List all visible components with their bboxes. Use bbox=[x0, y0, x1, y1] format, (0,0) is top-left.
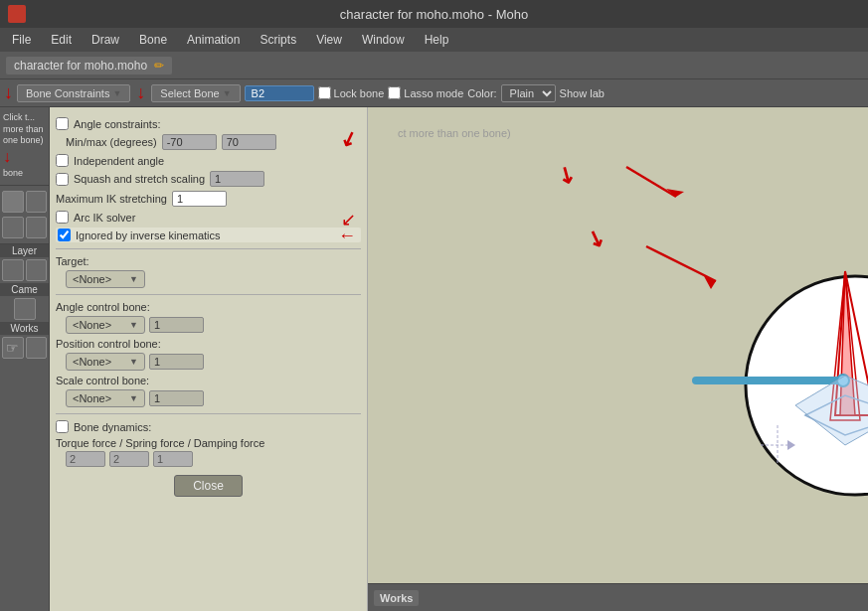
works-btn-2[interactable] bbox=[26, 337, 48, 359]
tool-btn-4[interactable] bbox=[26, 217, 48, 238]
menu-draw[interactable]: Draw bbox=[84, 31, 127, 49]
menu-scripts[interactable]: Scripts bbox=[252, 31, 304, 49]
svg-line-0 bbox=[626, 167, 676, 197]
main-area: Click t... more than one bone) ↓ bone La… bbox=[0, 107, 868, 611]
works-btn-1[interactable]: ☞ bbox=[2, 337, 24, 359]
divider-2 bbox=[56, 294, 361, 295]
canvas-svg: ct more than one bone) bbox=[368, 107, 868, 583]
angle-control-val[interactable] bbox=[149, 317, 204, 333]
layer-btn-2[interactable] bbox=[26, 259, 48, 281]
divider-3 bbox=[56, 413, 361, 414]
layer-label[interactable]: Layer bbox=[0, 244, 49, 257]
arrow-decorator-1: ↓ bbox=[4, 82, 13, 103]
close-button[interactable]: Close bbox=[174, 475, 243, 497]
squash-stretch-label: Squash and stretch scaling bbox=[74, 173, 205, 185]
tool-section-top: Click t... more than one bone) ↓ bone bbox=[0, 107, 49, 186]
left-toolbar: Click t... more than one bone) ↓ bone La… bbox=[0, 107, 50, 611]
bottom-toolbar: Works bbox=[368, 583, 868, 611]
menu-window[interactable]: Window bbox=[354, 31, 413, 49]
angle-control-label: Angle control bone: bbox=[56, 301, 361, 313]
torque-input-1[interactable] bbox=[66, 451, 105, 467]
svg-line-2 bbox=[646, 246, 716, 281]
chevron-down-icon: ▼ bbox=[112, 88, 121, 98]
select-bone-dropdown[interactable]: Select Bone ▼ bbox=[151, 84, 240, 102]
position-control-row: <None> ▼ bbox=[66, 353, 361, 371]
ignored-ik-container: Ignored by inverse kinematics ← bbox=[56, 228, 361, 242]
lock-bone-label[interactable]: Lock bone bbox=[318, 86, 385, 99]
arrow-decorator-2: ↓ bbox=[136, 82, 145, 103]
tool-row-2 bbox=[0, 215, 49, 240]
min-max-label: Min/max (degrees) bbox=[66, 136, 157, 148]
squash-stretch-checkbox[interactable] bbox=[56, 173, 69, 186]
target-label: Target: bbox=[56, 255, 361, 267]
max-ik-input[interactable] bbox=[172, 191, 227, 207]
camera-label[interactable]: Came bbox=[0, 283, 49, 296]
menu-file[interactable]: File bbox=[4, 31, 39, 49]
arrow-left-1: ↓ bbox=[3, 148, 11, 165]
tool-btn-1[interactable] bbox=[2, 191, 24, 213]
menu-help[interactable]: Help bbox=[417, 31, 457, 49]
scale-control-dropdown[interactable]: <None> ▼ bbox=[66, 389, 145, 407]
ignored-ik-checkbox[interactable] bbox=[58, 229, 71, 241]
ignored-ik-arrow: ← bbox=[338, 226, 356, 246]
independent-angle-row: Independent angle bbox=[56, 154, 361, 167]
min-max-row: Min/max (degrees) bbox=[66, 134, 361, 150]
lock-bone-checkbox[interactable] bbox=[318, 86, 331, 99]
canvas-area: ct more than one bone) bbox=[368, 107, 868, 611]
camera-btn-1[interactable] bbox=[14, 298, 36, 320]
max-ik-label: Maximum IK stretching bbox=[56, 193, 167, 205]
bone-dynamics-label: Bone dynamics: bbox=[74, 421, 151, 433]
works-label-left[interactable]: Works bbox=[0, 322, 49, 335]
file-tab[interactable]: character for moho.moho ✏ bbox=[6, 57, 172, 75]
squash-value-input[interactable] bbox=[210, 171, 264, 187]
min-input[interactable] bbox=[162, 134, 217, 150]
lasso-mode-label[interactable]: Lasso mode bbox=[388, 86, 463, 99]
menu-edit[interactable]: Edit bbox=[43, 31, 80, 49]
menu-bone[interactable]: Bone bbox=[131, 31, 175, 49]
color-select[interactable]: Plain bbox=[501, 84, 556, 102]
arc-ik-label: Arc IK solver bbox=[74, 212, 135, 224]
target-chevron: ▼ bbox=[129, 274, 138, 284]
squash-stretch-row: Squash and stretch scaling bbox=[56, 171, 361, 187]
angle-control-dropdown[interactable]: <None> ▼ bbox=[66, 316, 145, 334]
bone-constraints-dropdown[interactable]: Bone Constraints ▼ bbox=[17, 84, 130, 102]
torque-row bbox=[66, 451, 361, 467]
max-input[interactable] bbox=[222, 134, 276, 150]
independent-angle-label: Independent angle bbox=[74, 155, 164, 167]
arc-ik-checkbox[interactable] bbox=[56, 211, 69, 224]
independent-angle-checkbox[interactable] bbox=[56, 154, 69, 167]
layer-tools bbox=[0, 257, 49, 283]
toolbar-row1: character for moho.moho ✏ bbox=[0, 52, 868, 79]
angle-chevron: ▼ bbox=[129, 320, 138, 330]
bone-dynamics-checkbox[interactable] bbox=[56, 420, 69, 433]
torque-label: Torque force / Spring force / Damping fo… bbox=[56, 437, 361, 449]
color-label: Color: bbox=[467, 87, 496, 99]
tool-btn-3[interactable] bbox=[2, 217, 24, 238]
arc-ik-row: Arc IK solver bbox=[56, 211, 361, 224]
menu-animation[interactable]: Animation bbox=[179, 31, 248, 49]
torque-input-2[interactable] bbox=[109, 451, 149, 467]
lasso-mode-checkbox[interactable] bbox=[388, 86, 401, 99]
canvas-hint-text: ct more than one bone) bbox=[398, 127, 511, 139]
target-dropdown[interactable]: <None> ▼ bbox=[66, 270, 145, 288]
position-control-dropdown[interactable]: <None> ▼ bbox=[66, 353, 145, 371]
chevron-down-icon-2: ▼ bbox=[223, 88, 232, 98]
scale-control-val[interactable] bbox=[149, 390, 204, 406]
tool-btn-2[interactable] bbox=[26, 191, 48, 213]
angle-constraints-checkbox[interactable] bbox=[56, 117, 69, 130]
layer-btn-1[interactable] bbox=[2, 259, 24, 281]
torque-input-3[interactable] bbox=[153, 451, 193, 467]
show-label-text: Show lab bbox=[560, 87, 605, 99]
bone-name-input[interactable] bbox=[245, 85, 314, 101]
target-dropdown-row: <None> ▼ bbox=[66, 270, 361, 288]
works-label[interactable]: Works bbox=[374, 590, 419, 606]
position-control-val[interactable] bbox=[149, 354, 204, 370]
toolbar-row2: ↓ Bone Constraints ▼ ↓ Select Bone ▼ Loc… bbox=[0, 79, 868, 107]
divider-1 bbox=[56, 248, 361, 249]
tool-row-1 bbox=[0, 189, 49, 215]
tool-section-icons bbox=[0, 186, 49, 244]
scale-control-label: Scale control bone: bbox=[56, 375, 361, 386]
canvas-content: ct more than one bone) bbox=[368, 107, 868, 583]
ignored-ik-row: Ignored by inverse kinematics bbox=[56, 228, 361, 242]
menu-view[interactable]: View bbox=[308, 31, 350, 49]
